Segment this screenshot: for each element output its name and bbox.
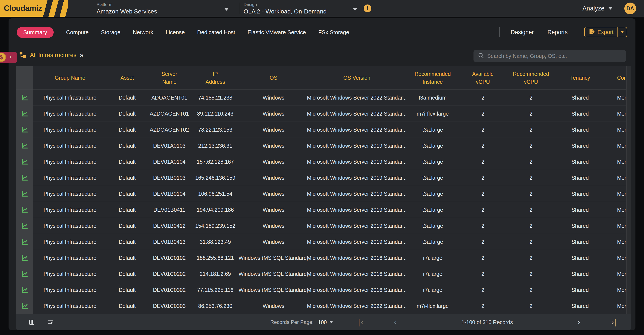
cell-ip: 74.188.21.238: [191, 90, 239, 106]
column-header-group[interactable]: Group Name: [33, 66, 107, 90]
row-metrics-chart-icon[interactable]: [16, 250, 33, 266]
row-metrics-chart-icon[interactable]: [16, 154, 33, 170]
export-dropdown-button[interactable]: [617, 27, 627, 37]
cell-available_vcpu: 2: [460, 218, 506, 234]
cell-ip: 214.181.2.69: [191, 266, 239, 282]
last-page-button[interactable]: ›|: [611, 318, 616, 326]
user-avatar[interactable]: DA: [624, 2, 636, 14]
tab-storage[interactable]: Storage: [101, 27, 120, 38]
search-box[interactable]: [474, 50, 626, 62]
column-header-instance[interactable]: Recommended Instance: [406, 66, 460, 90]
table-row: Physical InfrastructureDefaultDEV01A0104…: [16, 154, 632, 170]
table-row: Physical InfrastructureDefaultAZDOAGENT0…: [16, 122, 632, 138]
table-row: Physical InfrastructureDefaultDEV01C0302…: [16, 282, 632, 298]
table-row: Physical InfrastructureDefaultDEV01B0104…: [16, 186, 632, 202]
cell-asset: Default: [107, 266, 148, 282]
column-header-tenancy[interactable]: Tenancy: [556, 66, 605, 90]
cell-instance: m7i-flex.large: [406, 298, 460, 314]
cell-os_version: Microsoft Windows Server 2019 Standar...: [308, 154, 406, 170]
row-metrics-chart-icon[interactable]: [16, 186, 33, 202]
export-button[interactable]: Export: [584, 27, 627, 37]
column-header-recommended_vcpu[interactable]: Recommended vCPU: [506, 66, 556, 90]
cell-asset: Default: [107, 186, 148, 202]
row-metrics-chart-icon[interactable]: [16, 170, 33, 186]
chevron-down-icon: [330, 321, 333, 323]
cell-os: Windows: [239, 234, 308, 250]
vertical-scrollbar[interactable]: [626, 66, 632, 314]
cell-os_version: Microsoft Windows Server 2019 Standar...: [308, 170, 406, 186]
breadcrumb-expand-icon[interactable]: »: [80, 52, 84, 59]
records-per-page: Records Per Page: 100: [270, 314, 333, 330]
cost-side-tab[interactable]: $ ›: [0, 52, 17, 63]
cell-server: DEV01C0102: [148, 250, 191, 266]
cell-os_version: Microsoft Windows Server 2022 Standar...: [308, 106, 406, 122]
column-header-os[interactable]: OS: [239, 66, 308, 90]
top-header-bar: Cloudamize™ Platform Amazon Web Services…: [0, 0, 644, 17]
column-header-ip[interactable]: IP Address: [191, 66, 239, 90]
analyze-menu[interactable]: Analyze: [582, 0, 612, 17]
column-header-available_vcpu[interactable]: Available vCPU: [460, 66, 506, 90]
cell-asset: Default: [107, 218, 148, 234]
cell-ip: 157.62.128.167: [191, 154, 239, 170]
tab-compute[interactable]: Compute: [66, 27, 89, 38]
cell-tenancy: Shared: [556, 138, 605, 154]
designer-link[interactable]: Designer: [511, 29, 534, 36]
infrastructure-table: Group NameAssetServer NameIP AddressOSOS…: [16, 66, 632, 314]
cell-group: Physical Infrastructure: [33, 202, 107, 218]
table-header-row: Group NameAssetServer NameIP AddressOSOS…: [16, 66, 632, 90]
breadcrumb: All Infrastructures »: [19, 49, 84, 62]
row-metrics-chart-icon[interactable]: [16, 234, 33, 250]
info-icon[interactable]: i: [364, 4, 371, 12]
tab-elastic-vmware-service[interactable]: Elastic VMware Service: [248, 27, 306, 38]
cell-recommended_vcpu: 2: [506, 170, 556, 186]
row-metrics-chart-icon[interactable]: [16, 282, 33, 298]
chevron-down-icon[interactable]: [224, 8, 229, 11]
cell-os_version: Microsoft Windows Server 2016 Standar...: [308, 250, 406, 266]
cell-available_vcpu: 2: [460, 154, 506, 170]
cell-recommended_vcpu: 2: [506, 154, 556, 170]
next-page-button[interactable]: ›: [578, 318, 580, 326]
design-select[interactable]: Design OLA 2 - Workload, On-Demand: [244, 2, 357, 15]
platform-select[interactable]: Platform Amazon Web Services: [96, 2, 229, 15]
column-header-os_version[interactable]: OS Version: [308, 66, 406, 90]
text-wrap-icon[interactable]: [47, 314, 54, 330]
table-row: Physical InfrastructureDefaultDEV01C0202…: [16, 266, 632, 282]
export-button-main[interactable]: Export: [584, 27, 617, 37]
row-metrics-chart-icon[interactable]: [16, 106, 33, 122]
breadcrumb-title[interactable]: All Infrastructures: [30, 52, 76, 58]
tab-dedicated-host[interactable]: Dedicated Host: [197, 27, 235, 38]
reports-link[interactable]: Reports: [548, 29, 568, 36]
row-metrics-chart-icon[interactable]: [16, 202, 33, 218]
column-settings-icon[interactable]: [28, 314, 35, 330]
previous-page-button[interactable]: ‹: [394, 318, 397, 326]
tab-fsx-storage[interactable]: FSx Storage: [318, 27, 349, 38]
cell-instance: r7i.large: [406, 266, 460, 282]
row-metrics-chart-icon[interactable]: [16, 266, 33, 282]
row-metrics-chart-icon[interactable]: [16, 122, 33, 138]
row-metrics-chart-icon[interactable]: [16, 298, 33, 314]
cell-available_vcpu: 2: [460, 282, 506, 298]
search-input[interactable]: [487, 53, 622, 59]
cell-available_vcpu: 2: [460, 122, 506, 138]
table-footer: Records Per Page: 100 |‹ ‹ 1-100 of 310 …: [16, 314, 632, 330]
tab-license[interactable]: License: [166, 27, 185, 38]
chevron-down-icon[interactable]: [353, 8, 357, 11]
cell-instance: r7i.large: [406, 282, 460, 298]
search-icon: [478, 52, 484, 60]
records-per-page-select[interactable]: 100: [318, 319, 333, 326]
dollar-coin-icon: $: [0, 52, 6, 62]
row-metrics-chart-icon[interactable]: [16, 90, 33, 106]
analyze-label: Analyze: [582, 5, 604, 12]
cell-tenancy: Shared: [556, 298, 605, 314]
first-page-button[interactable]: |‹: [358, 318, 363, 326]
cloudamize-logo[interactable]: Cloudamize™: [0, 0, 42, 17]
column-header-asset[interactable]: Asset: [107, 66, 148, 90]
row-metrics-chart-icon[interactable]: [16, 138, 33, 154]
column-header-server[interactable]: Server Name: [148, 66, 191, 90]
cell-available_vcpu: 2: [460, 202, 506, 218]
tab-summary[interactable]: Summary: [17, 27, 54, 38]
row-metrics-chart-icon[interactable]: [16, 218, 33, 234]
pagination: |‹ ‹ 1-100 of 310 Records › ›|: [358, 314, 616, 330]
cell-available_vcpu: 2: [460, 234, 506, 250]
tab-network[interactable]: Network: [133, 27, 153, 38]
